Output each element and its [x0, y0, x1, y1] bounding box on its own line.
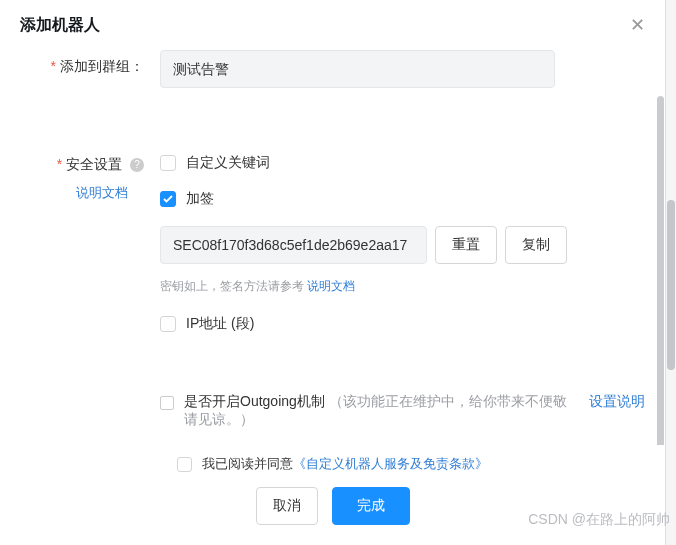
ip-option[interactable]: IP地址 (段): [160, 315, 645, 333]
secret-row: SEC08f170f3d68c5ef1de2b69e2aa17 重置 复制: [160, 226, 645, 264]
outgoing-title: 是否开启Outgoing机制: [184, 393, 325, 409]
secret-input[interactable]: SEC08f170f3d68c5ef1de2b69e2aa17: [160, 226, 427, 264]
outer-scrollbar-track[interactable]: [665, 0, 676, 545]
security-row: 安全设置 ? 说明文档 自定义关键词 加签: [20, 148, 645, 429]
custom-keyword-option[interactable]: 自定义关键词: [160, 154, 645, 172]
ip-checkbox[interactable]: [160, 316, 176, 332]
agree-prefix: 我已阅读并同意: [202, 455, 293, 473]
sign-option[interactable]: 加签: [160, 190, 645, 208]
group-label: 添加到群组：: [20, 50, 160, 76]
security-doc-link[interactable]: 说明文档: [20, 184, 144, 202]
confirm-button[interactable]: 完成: [332, 487, 410, 525]
outgoing-text: 是否开启Outgoing机制 （该功能正在维护中，给你带来不便敬请见谅。）: [184, 393, 577, 429]
help-icon[interactable]: ?: [130, 158, 144, 172]
modal-body: 添加到群组： 测试告警 安全设置 ? 说明文档 自定义关键词: [0, 50, 665, 445]
outgoing-settings-link[interactable]: 设置说明: [589, 393, 645, 411]
modal-title: 添加机器人: [20, 15, 100, 36]
security-fields: 自定义关键词 加签 SEC08f170f3d68c5ef1de2b69e2aa1…: [160, 148, 645, 429]
agree-row: 我已阅读并同意 《自定义机器人服务及免责条款》: [20, 455, 645, 473]
close-icon[interactable]: ✕: [630, 14, 645, 36]
security-label-col: 安全设置 ? 说明文档: [20, 148, 160, 202]
agree-checkbox[interactable]: [177, 457, 192, 472]
outer-scrollbar-thumb[interactable]: [667, 200, 675, 370]
reset-button[interactable]: 重置: [435, 226, 497, 264]
sign-label: 加签: [186, 190, 214, 208]
cancel-button[interactable]: 取消: [256, 487, 318, 525]
secret-hint: 密钥如上，签名方法请参考 说明文档: [160, 278, 645, 295]
custom-keyword-label: 自定义关键词: [186, 154, 270, 172]
ip-label: IP地址 (段): [186, 315, 254, 333]
add-robot-modal: 添加机器人 ✕ 添加到群组： 测试告警 安全设置 ? 说明文档 自: [0, 0, 665, 545]
modal-header: 添加机器人 ✕: [0, 0, 665, 50]
security-label: 安全设置: [57, 156, 122, 172]
outgoing-row: 是否开启Outgoing机制 （该功能正在维护中，给你带来不便敬请见谅。） 设置…: [160, 393, 645, 429]
modal-footer: 我已阅读并同意 《自定义机器人服务及免责条款》 取消 完成: [0, 445, 665, 545]
outgoing-checkbox[interactable]: [160, 396, 174, 410]
agree-terms-link[interactable]: 《自定义机器人服务及免责条款》: [293, 455, 488, 473]
copy-button[interactable]: 复制: [505, 226, 567, 264]
custom-keyword-checkbox[interactable]: [160, 155, 176, 171]
group-input[interactable]: 测试告警: [160, 50, 555, 88]
inner-scrollbar-thumb[interactable]: [657, 96, 664, 445]
secret-hint-text: 密钥如上，签名方法请参考: [160, 279, 307, 293]
secret-hint-doc-link[interactable]: 说明文档: [307, 279, 355, 293]
group-row: 添加到群组： 测试告警: [20, 50, 645, 88]
sign-checkbox[interactable]: [160, 191, 176, 207]
watermark: CSDN @在路上的阿帅: [528, 511, 670, 529]
